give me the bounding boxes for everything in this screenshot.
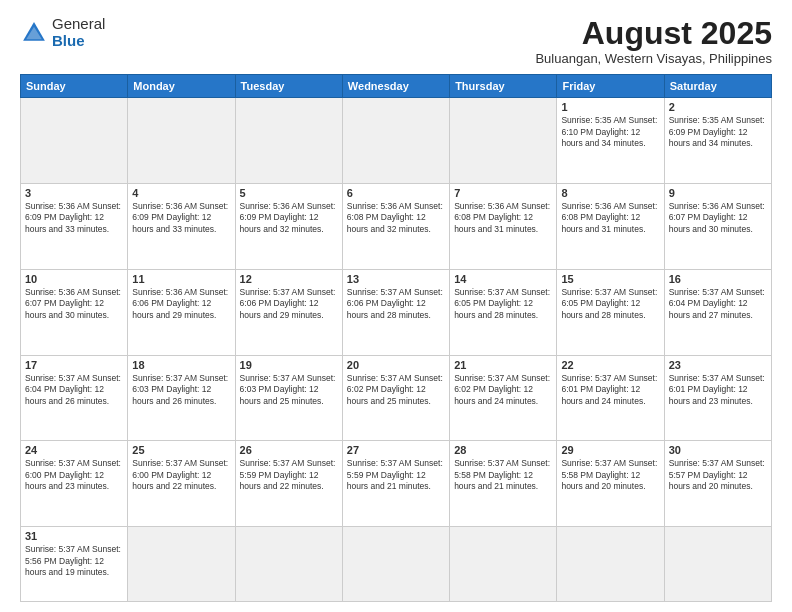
day-number: 1 [561,101,659,113]
day-info: Sunrise: 5:36 AM Sunset: 6:08 PM Dayligh… [561,201,659,235]
calendar-header-tuesday: Tuesday [235,75,342,98]
day-number: 31 [25,530,123,542]
calendar-cell [450,527,557,602]
calendar-cell [664,527,771,602]
day-number: 9 [669,187,767,199]
day-number: 23 [669,359,767,371]
day-info: Sunrise: 5:36 AM Sunset: 6:06 PM Dayligh… [132,287,230,321]
day-number: 20 [347,359,445,371]
calendar-cell: 8Sunrise: 5:36 AM Sunset: 6:08 PM Daylig… [557,183,664,269]
calendar-cell: 23Sunrise: 5:37 AM Sunset: 6:01 PM Dayli… [664,355,771,441]
calendar-header-saturday: Saturday [664,75,771,98]
day-info: Sunrise: 5:37 AM Sunset: 5:59 PM Dayligh… [347,458,445,492]
day-info: Sunrise: 5:37 AM Sunset: 6:01 PM Dayligh… [669,373,767,407]
calendar-cell: 20Sunrise: 5:37 AM Sunset: 6:02 PM Dayli… [342,355,449,441]
calendar-cell [128,98,235,184]
calendar-cell: 22Sunrise: 5:37 AM Sunset: 6:01 PM Dayli… [557,355,664,441]
calendar-cell [128,527,235,602]
day-number: 2 [669,101,767,113]
day-info: Sunrise: 5:37 AM Sunset: 6:02 PM Dayligh… [454,373,552,407]
day-number: 26 [240,444,338,456]
calendar-cell: 5Sunrise: 5:36 AM Sunset: 6:09 PM Daylig… [235,183,342,269]
calendar-cell: 24Sunrise: 5:37 AM Sunset: 6:00 PM Dayli… [21,441,128,527]
header: General Blue August 2025 Buluangan, West… [20,16,772,66]
title-area: August 2025 Buluangan, Western Visayas, … [535,16,772,66]
calendar-header-row: SundayMondayTuesdayWednesdayThursdayFrid… [21,75,772,98]
day-info: Sunrise: 5:36 AM Sunset: 6:09 PM Dayligh… [132,201,230,235]
calendar-header-friday: Friday [557,75,664,98]
calendar-cell: 11Sunrise: 5:36 AM Sunset: 6:06 PM Dayli… [128,269,235,355]
calendar-header-sunday: Sunday [21,75,128,98]
day-info: Sunrise: 5:37 AM Sunset: 6:05 PM Dayligh… [454,287,552,321]
month-year: August 2025 [535,16,772,51]
calendar-cell [235,98,342,184]
day-info: Sunrise: 5:36 AM Sunset: 6:07 PM Dayligh… [25,287,123,321]
day-number: 30 [669,444,767,456]
day-info: Sunrise: 5:36 AM Sunset: 6:09 PM Dayligh… [25,201,123,235]
logo-text: General Blue [52,16,105,49]
calendar-cell: 3Sunrise: 5:36 AM Sunset: 6:09 PM Daylig… [21,183,128,269]
day-info: Sunrise: 5:37 AM Sunset: 5:57 PM Dayligh… [669,458,767,492]
calendar-cell: 17Sunrise: 5:37 AM Sunset: 6:04 PM Dayli… [21,355,128,441]
calendar-cell: 30Sunrise: 5:37 AM Sunset: 5:57 PM Dayli… [664,441,771,527]
calendar-table: SundayMondayTuesdayWednesdayThursdayFrid… [20,74,772,602]
calendar-cell: 26Sunrise: 5:37 AM Sunset: 5:59 PM Dayli… [235,441,342,527]
calendar-cell: 28Sunrise: 5:37 AM Sunset: 5:58 PM Dayli… [450,441,557,527]
calendar-cell [235,527,342,602]
day-number: 17 [25,359,123,371]
calendar-cell: 10Sunrise: 5:36 AM Sunset: 6:07 PM Dayli… [21,269,128,355]
calendar-cell: 6Sunrise: 5:36 AM Sunset: 6:08 PM Daylig… [342,183,449,269]
calendar-header-wednesday: Wednesday [342,75,449,98]
day-number: 24 [25,444,123,456]
calendar-header-monday: Monday [128,75,235,98]
calendar-cell: 13Sunrise: 5:37 AM Sunset: 6:06 PM Dayli… [342,269,449,355]
day-info: Sunrise: 5:37 AM Sunset: 6:06 PM Dayligh… [347,287,445,321]
page: General Blue August 2025 Buluangan, West… [0,0,792,612]
day-info: Sunrise: 5:37 AM Sunset: 6:03 PM Dayligh… [132,373,230,407]
day-number: 6 [347,187,445,199]
calendar-cell [557,527,664,602]
day-number: 8 [561,187,659,199]
day-number: 22 [561,359,659,371]
day-info: Sunrise: 5:37 AM Sunset: 6:06 PM Dayligh… [240,287,338,321]
calendar-cell: 19Sunrise: 5:37 AM Sunset: 6:03 PM Dayli… [235,355,342,441]
day-info: Sunrise: 5:37 AM Sunset: 6:04 PM Dayligh… [669,287,767,321]
calendar-header-thursday: Thursday [450,75,557,98]
day-number: 29 [561,444,659,456]
day-number: 3 [25,187,123,199]
calendar-week-4: 17Sunrise: 5:37 AM Sunset: 6:04 PM Dayli… [21,355,772,441]
day-number: 15 [561,273,659,285]
calendar-cell: 12Sunrise: 5:37 AM Sunset: 6:06 PM Dayli… [235,269,342,355]
day-info: Sunrise: 5:37 AM Sunset: 6:00 PM Dayligh… [132,458,230,492]
day-info: Sunrise: 5:37 AM Sunset: 5:58 PM Dayligh… [454,458,552,492]
calendar-cell [450,98,557,184]
calendar-cell: 21Sunrise: 5:37 AM Sunset: 6:02 PM Dayli… [450,355,557,441]
day-number: 5 [240,187,338,199]
day-number: 10 [25,273,123,285]
day-number: 18 [132,359,230,371]
logo-icon [20,19,48,47]
calendar-cell: 27Sunrise: 5:37 AM Sunset: 5:59 PM Dayli… [342,441,449,527]
day-info: Sunrise: 5:37 AM Sunset: 6:04 PM Dayligh… [25,373,123,407]
day-info: Sunrise: 5:36 AM Sunset: 6:07 PM Dayligh… [669,201,767,235]
day-number: 14 [454,273,552,285]
day-number: 16 [669,273,767,285]
calendar-cell: 16Sunrise: 5:37 AM Sunset: 6:04 PM Dayli… [664,269,771,355]
day-info: Sunrise: 5:37 AM Sunset: 5:59 PM Dayligh… [240,458,338,492]
day-info: Sunrise: 5:37 AM Sunset: 6:05 PM Dayligh… [561,287,659,321]
day-info: Sunrise: 5:35 AM Sunset: 6:10 PM Dayligh… [561,115,659,149]
calendar-cell [342,527,449,602]
day-number: 4 [132,187,230,199]
day-info: Sunrise: 5:37 AM Sunset: 6:03 PM Dayligh… [240,373,338,407]
calendar-week-5: 24Sunrise: 5:37 AM Sunset: 6:00 PM Dayli… [21,441,772,527]
calendar-cell: 18Sunrise: 5:37 AM Sunset: 6:03 PM Dayli… [128,355,235,441]
calendar-week-6: 31Sunrise: 5:37 AM Sunset: 5:56 PM Dayli… [21,527,772,602]
day-info: Sunrise: 5:36 AM Sunset: 6:08 PM Dayligh… [347,201,445,235]
calendar-cell: 31Sunrise: 5:37 AM Sunset: 5:56 PM Dayli… [21,527,128,602]
calendar-cell: 29Sunrise: 5:37 AM Sunset: 5:58 PM Dayli… [557,441,664,527]
day-info: Sunrise: 5:37 AM Sunset: 5:58 PM Dayligh… [561,458,659,492]
location: Buluangan, Western Visayas, Philippines [535,51,772,66]
day-info: Sunrise: 5:36 AM Sunset: 6:08 PM Dayligh… [454,201,552,235]
day-info: Sunrise: 5:37 AM Sunset: 6:01 PM Dayligh… [561,373,659,407]
day-number: 7 [454,187,552,199]
